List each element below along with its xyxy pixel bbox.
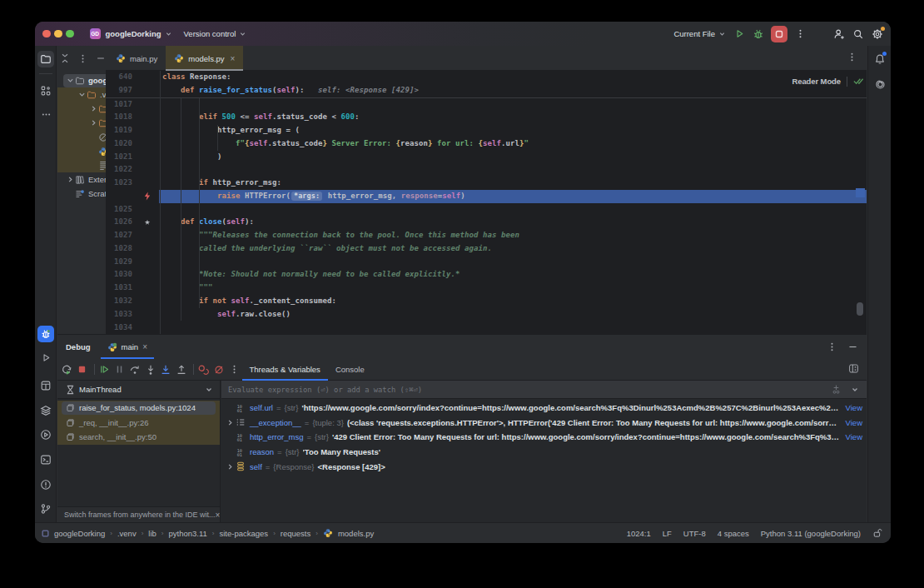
editor[interactable]: 640class Response:997 def raise_for_stat…	[106, 71, 867, 334]
code-line[interactable]: 1027 """Releases the connection back to …	[106, 229, 867, 242]
tree-item[interactable]	[57, 144, 106, 158]
tree-item[interactable]: External Libraries	[57, 172, 106, 187]
settings-button[interactable]	[871, 27, 884, 41]
thread-selector[interactable]: MainThread	[57, 381, 220, 399]
tool-button-notifications[interactable]	[872, 52, 887, 67]
breadcrumb-item[interactable]: ›site-packages	[212, 529, 268, 538]
sticky-line[interactable]: 640class Response:	[106, 71, 867, 84]
stop-button[interactable]	[771, 26, 787, 42]
chevron-right-icon[interactable]	[66, 176, 74, 183]
tool-button-ai-assistant[interactable]	[872, 77, 887, 92]
code-line[interactable]: raise HTTPError(*args: http_error_msg, r…	[106, 190, 867, 203]
tool-button-debug[interactable]	[37, 326, 54, 342]
rerun-button[interactable]	[61, 363, 73, 376]
run-button[interactable]	[733, 27, 746, 41]
code-line[interactable]: 1019 http_error_msg = (	[106, 124, 867, 137]
code-line[interactable]: 1034	[106, 321, 867, 334]
chevron-right-icon[interactable]	[89, 105, 97, 112]
add-watch-icon[interactable]	[831, 384, 842, 395]
frame-row[interactable]: search, __init__.py:50	[57, 430, 220, 445]
tree-item[interactable]: .venv	[57, 87, 106, 102]
code-line[interactable]: 1020 f"{self.status_code} Server Error: …	[106, 137, 867, 151]
view-link[interactable]: View	[846, 403, 862, 412]
more-vertical-icon[interactable]	[77, 53, 88, 64]
reader-mode-widget[interactable]: Reader Mode	[792, 74, 864, 88]
status-widget[interactable]: 4 spaces	[718, 529, 749, 538]
variable-row[interactable]: 1001reason={str}'Too Many Requests'	[221, 445, 867, 460]
tool-button-project-folder[interactable]	[37, 51, 54, 67]
frame-row[interactable]: raise_for_status, models.py:1024	[57, 401, 220, 416]
evaluate-expression-field[interactable]: Evaluate expression (⏎) or add a watch (…	[221, 381, 867, 399]
more-vertical-button[interactable]	[228, 363, 241, 376]
chevron-right-icon[interactable]	[89, 119, 97, 127]
step-out-button[interactable]	[175, 363, 187, 376]
view-link[interactable]: View	[846, 432, 862, 441]
frame-row[interactable]: _req, __init__.py:26	[57, 416, 220, 431]
breadcrumb-item[interactable]: ›lib	[142, 529, 156, 538]
more-vertical-icon[interactable]	[847, 52, 857, 62]
zoom-window-button[interactable]	[66, 30, 74, 38]
more-vertical-icon[interactable]	[827, 341, 837, 352]
tree-item[interactable]	[57, 102, 106, 116]
tool-button-packages[interactable]	[37, 377, 54, 394]
variable-row[interactable]: 1001self.url={str}'https://www.google.co…	[221, 401, 867, 416]
exec-bolt-icon[interactable]	[142, 191, 153, 202]
close-icon[interactable]: ×	[231, 54, 236, 63]
code-line[interactable]: 1023 if http_error_msg:	[106, 177, 867, 190]
tool-button-structure[interactable]	[37, 82, 54, 99]
breadcrumb-item[interactable]: googleDorking	[42, 529, 105, 538]
tool-button-python-console[interactable]	[37, 426, 54, 443]
tool-button-run[interactable]	[37, 349, 54, 366]
code-with-me-button[interactable]	[832, 27, 846, 41]
step-into-my-code-button[interactable]	[160, 363, 172, 376]
tree-item[interactable]: googleDorking	[57, 73, 106, 87]
status-widget[interactable]: UTF-8	[683, 529, 706, 538]
tree-item[interactable]	[57, 130, 106, 144]
tree-item[interactable]: Scratches and Consoles	[57, 187, 106, 201]
pause-button[interactable]	[113, 363, 126, 376]
breadcrumb-item[interactable]: ›.venv	[110, 529, 136, 538]
run-configuration-selector[interactable]: Current File	[673, 29, 726, 38]
debug-button[interactable]	[752, 27, 765, 41]
breadcrumb-item[interactable]: ›requests	[273, 529, 310, 538]
tree-item[interactable]	[57, 116, 106, 130]
project-badge[interactable]: GD	[90, 28, 101, 39]
variable-row[interactable]: __exception__={tuple: 3}(<class 'request…	[221, 416, 867, 431]
close-window-button[interactable]	[42, 30, 51, 38]
variable-row[interactable]: self={Response}<Response [429]>	[221, 459, 867, 474]
layout-settings-icon[interactable]	[848, 363, 859, 374]
chevron-down-icon[interactable]	[851, 386, 859, 394]
stop-button[interactable]	[76, 363, 88, 376]
code-line[interactable]: 1029	[106, 256, 867, 269]
code-line[interactable]: 1028 called the underlying ``raw`` objec…	[106, 242, 867, 256]
hide-icon[interactable]	[96, 53, 106, 63]
scrollbar-thumb[interactable]	[857, 302, 863, 316]
step-over-button[interactable]	[129, 363, 142, 376]
version-control-menu[interactable]: Version control	[184, 29, 236, 38]
code-line[interactable]: 1030 *Note: Should not normally need to …	[106, 268, 867, 282]
chevron-right-icon[interactable]	[225, 419, 235, 426]
step-into-button[interactable]	[144, 363, 156, 376]
inspections-ok-icon[interactable]	[853, 77, 864, 86]
tool-button-problems[interactable]	[37, 476, 54, 493]
sticky-line[interactable]: 997 def raise_for_status(self): self: <R…	[106, 84, 867, 97]
editor-tab-models.py[interactable]: models.py×	[166, 46, 243, 71]
code-line[interactable]: 1021 )	[106, 151, 867, 164]
hide-icon[interactable]	[847, 341, 858, 352]
project-name-menu[interactable]: googleDorking	[106, 29, 161, 38]
tool-button-more-horizontal[interactable]	[37, 106, 54, 122]
resume-button[interactable]	[98, 363, 111, 376]
code-line[interactable]: 1033 self.raw.close()	[106, 308, 867, 321]
code-line[interactable]: 1022	[106, 163, 867, 177]
tool-button-git-branch[interactable]	[37, 501, 54, 517]
status-widget[interactable]: Python 3.11 (googleDorking)	[761, 529, 861, 538]
tool-button-terminal[interactable]	[37, 451, 54, 468]
search-everywhere-button[interactable]	[852, 27, 865, 41]
code-line[interactable]: 1031 """	[106, 282, 867, 295]
lock-icon[interactable]	[872, 528, 882, 538]
breadcrumb-item[interactable]: ›models.py	[315, 528, 374, 538]
code-line[interactable]: 1026 def close(self):	[106, 216, 867, 229]
view-breakpoints-button[interactable]	[197, 363, 210, 376]
status-widget[interactable]: LF	[663, 529, 672, 538]
code-line[interactable]: 1025	[106, 203, 867, 217]
